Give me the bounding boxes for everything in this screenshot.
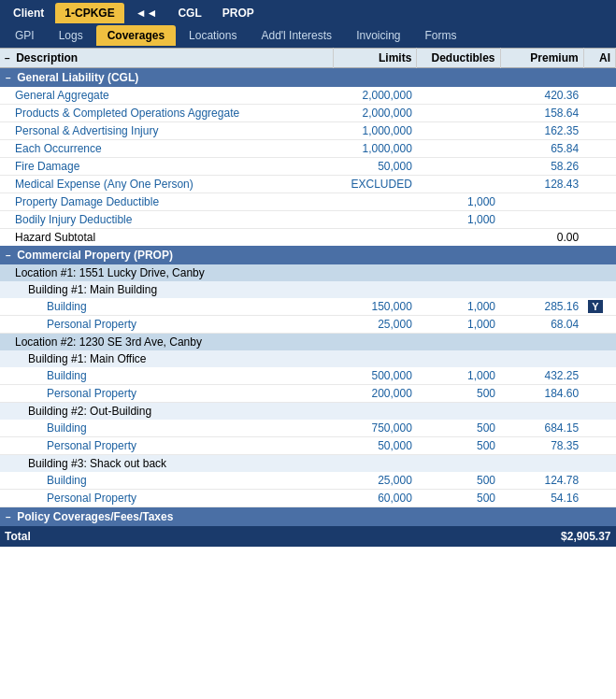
gl-limit-personal-adv: 1,000,000 xyxy=(334,122,417,140)
loc2-bld1-pp-ded: 500 xyxy=(417,385,500,403)
section-prop-label[interactable]: − Commercial Property (PROP) xyxy=(0,246,616,264)
section-policy-coverages-label[interactable]: − Policy Coverages/Fees/Taxes xyxy=(0,507,616,527)
loc2-bld2-building-limit: 750,000 xyxy=(334,420,417,437)
nav-addl-interests[interactable]: Add'l Interests xyxy=(250,25,343,46)
gl-ded-personal-adv xyxy=(417,122,500,140)
gl-desc-bodily-injury-ded[interactable]: Bodily Injury Deductible xyxy=(0,211,334,229)
nav-invoicing[interactable]: Invoicing xyxy=(345,25,411,46)
gl-subtotal-value: 0.00 xyxy=(500,229,583,247)
section-prop: − Commercial Property (PROP) xyxy=(0,246,616,264)
gl-prem-bodily-injury-ded xyxy=(500,211,583,229)
loc1-bld1-building-desc[interactable]: Building xyxy=(0,298,334,316)
building-2-3-label: Building #3: Shack out back xyxy=(0,455,616,473)
gl-subtotal-label: Hazard Subtotal xyxy=(0,229,500,247)
gl-desc-property-damage-ded[interactable]: Property Damage Deductible xyxy=(0,193,334,211)
loc2-bld1-building-desc[interactable]: Building xyxy=(0,367,334,385)
loc1-bld1-pp-ded: 1,000 xyxy=(417,316,500,334)
nav-forms[interactable]: Forms xyxy=(414,25,468,46)
gl-ai-each-occurrence xyxy=(583,140,615,158)
loc1-bld1-pp-ai xyxy=(583,316,615,334)
gl-subtotal-row: Hazard Subtotal 0.00 xyxy=(0,229,616,247)
tab-nav-back[interactable]: ◄◄ xyxy=(126,3,167,23)
location-1-label[interactable]: Location #1: 1551 Lucky Drive, Canby xyxy=(0,264,616,281)
loc2-bld3-pp-row: Personal Property 60,000 500 54.16 xyxy=(0,490,616,507)
gl-desc-personal-adv[interactable]: Personal & Advertising Injury xyxy=(0,122,334,140)
gl-row-medical-expense: Medical Expense (Any One Person) EXCLUDE… xyxy=(0,176,616,193)
loc2-bld1-pp-desc[interactable]: Personal Property xyxy=(0,385,334,403)
total-value: $2,905.37 xyxy=(500,526,616,547)
gl-prem-general-aggregate: 420.36 xyxy=(500,87,583,105)
global-collapse-icon[interactable]: − xyxy=(5,53,10,64)
tab-cgl[interactable]: CGL xyxy=(168,3,210,23)
gl-limit-property-damage-ded xyxy=(334,193,417,211)
gl-desc-medical-expense[interactable]: Medical Expense (Any One Person) xyxy=(0,176,334,193)
gl-prem-fire-damage: 58.26 xyxy=(500,158,583,176)
gl-row-each-occurrence: Each Occurrence 1,000,000 65.84 xyxy=(0,140,616,158)
gl-ded-bodily-injury-ded: 1,000 xyxy=(417,211,500,229)
loc2-bld3-pp-ded: 500 xyxy=(417,490,500,507)
gl-ai-property-damage-ded xyxy=(583,193,615,211)
gl-limit-each-occurrence: 1,000,000 xyxy=(334,140,417,158)
col-premium: Premium xyxy=(500,49,583,68)
loc2-bld1-building-prem: 432.25 xyxy=(500,367,583,385)
col-deductibles: Deductibles xyxy=(417,49,500,68)
top-tab-bar: Client 1-CPKGE ◄◄ CGL PROP xyxy=(0,0,616,23)
total-row: Total $2,905.37 xyxy=(0,526,616,547)
gl-ai-products xyxy=(583,105,615,122)
building-1-1-label: Building #1: Main Building xyxy=(0,281,616,298)
loc2-bld2-pp-prem: 78.35 xyxy=(500,437,583,455)
tab-prop[interactable]: PROP xyxy=(213,3,264,23)
tab-client[interactable]: Client xyxy=(4,3,53,23)
building-2-1-row: Building #1: Main Office xyxy=(0,350,616,367)
gl-limit-products: 2,000,000 xyxy=(334,105,417,122)
gl-collapse-icon[interactable]: − xyxy=(6,73,11,83)
location-1-row: Location #1: 1551 Lucky Drive, Canby xyxy=(0,264,616,281)
gl-prem-personal-adv: 162.35 xyxy=(500,122,583,140)
loc1-bld1-pp-desc[interactable]: Personal Property xyxy=(0,316,334,334)
loc2-bld2-pp-limit: 50,000 xyxy=(334,437,417,455)
nav-bar: GPI Logs Coverages Locations Add'l Inter… xyxy=(0,23,616,48)
y-badge: Y xyxy=(588,300,602,313)
prop-collapse-icon[interactable]: − xyxy=(6,250,11,261)
loc2-bld2-building-desc[interactable]: Building xyxy=(0,420,334,437)
loc2-bld3-building-desc[interactable]: Building xyxy=(0,472,334,490)
gl-row-fire-damage: Fire Damage 50,000 58.26 xyxy=(0,158,616,176)
gl-desc-general-aggregate[interactable]: General Aggregate xyxy=(0,87,334,105)
section-gl-label[interactable]: − General Liability (CGL) xyxy=(0,68,616,88)
col-description: − Description xyxy=(0,49,334,68)
loc1-bld1-pp-prem: 68.04 xyxy=(500,316,583,334)
policy-coverages-collapse-icon[interactable]: − xyxy=(6,512,11,522)
loc2-bld3-building-ai xyxy=(583,472,615,490)
tab-cpkge[interactable]: 1-CPKGE xyxy=(55,3,123,23)
loc2-bld3-pp-prem: 54.16 xyxy=(500,490,583,507)
gl-desc-fire-damage[interactable]: Fire Damage xyxy=(0,158,334,176)
gl-ded-each-occurrence xyxy=(417,140,500,158)
gl-limit-fire-damage: 50,000 xyxy=(334,158,417,176)
nav-logs[interactable]: Logs xyxy=(48,25,94,46)
loc1-bld1-building-row: Building 150,000 1,000 285.16 Y xyxy=(0,298,616,316)
gl-desc-each-occurrence[interactable]: Each Occurrence xyxy=(0,140,334,158)
loc1-bld1-building-limit: 150,000 xyxy=(334,298,417,316)
loc2-bld2-pp-desc[interactable]: Personal Property xyxy=(0,437,334,455)
nav-coverages[interactable]: Coverages xyxy=(96,25,176,46)
building-2-2-label: Building #2: Out-Building xyxy=(0,403,616,421)
gl-row-personal-adv: Personal & Advertising Injury 1,000,000 … xyxy=(0,122,616,140)
section-gl: − General Liability (CGL) xyxy=(0,68,616,88)
gl-desc-products[interactable]: Products & Completed Operations Aggregat… xyxy=(0,105,334,122)
building-2-3-row: Building #3: Shack out back xyxy=(0,455,616,473)
loc2-bld2-building-ai xyxy=(583,420,615,437)
location-2-label[interactable]: Location #2: 1230 SE 3rd Ave, Canby xyxy=(0,334,616,351)
col-limits: Limits xyxy=(334,49,417,68)
gl-ai-general-aggregate xyxy=(583,87,615,105)
loc2-bld1-pp-ai xyxy=(583,385,615,403)
loc2-bld3-pp-desc[interactable]: Personal Property xyxy=(0,490,334,507)
gl-limit-general-aggregate: 2,000,000 xyxy=(334,87,417,105)
nav-locations[interactable]: Locations xyxy=(178,25,248,46)
gl-ai-bodily-injury-ded xyxy=(583,211,615,229)
gl-ded-general-aggregate xyxy=(417,87,500,105)
gl-ai-medical-expense xyxy=(583,176,615,193)
loc1-bld1-pp-limit: 25,000 xyxy=(334,316,417,334)
col-ai: AI xyxy=(583,49,615,68)
nav-gpi[interactable]: GPI xyxy=(4,25,46,46)
gl-prem-property-damage-ded xyxy=(500,193,583,211)
